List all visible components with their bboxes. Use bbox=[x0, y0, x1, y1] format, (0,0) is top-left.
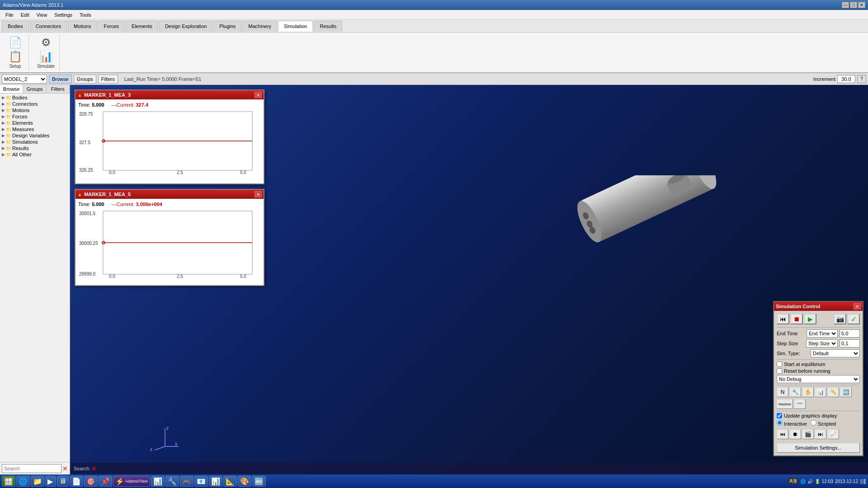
back-icon-button[interactable]: ⏭ bbox=[815, 429, 826, 439]
battery-icon[interactable]: 🔋 bbox=[815, 479, 820, 484]
taskbar-excel[interactable]: 📊 bbox=[151, 476, 165, 487]
taskbar-matlab[interactable]: 🎮 bbox=[180, 476, 193, 487]
simulate-icon[interactable]: ⚙ bbox=[41, 36, 51, 49]
tree-item-simulations[interactable]: ▶ 📁 Simulations bbox=[1, 139, 69, 145]
taskbar-app4[interactable]: 🎨 bbox=[238, 476, 251, 487]
taskbar-outlook[interactable]: 📧 bbox=[194, 476, 208, 487]
update-graphics-checkbox[interactable] bbox=[777, 413, 782, 418]
taskbar-app2[interactable]: 📌 bbox=[99, 476, 112, 487]
taskbar-word[interactable]: 📄 bbox=[70, 476, 83, 487]
start-equilibrium-checkbox[interactable] bbox=[777, 361, 782, 367]
nastran-icon-button[interactable]: N bbox=[777, 387, 788, 397]
tab-design-exploration[interactable]: Design Exploration bbox=[159, 21, 212, 32]
scripted-option[interactable]: Scripted bbox=[811, 420, 836, 427]
tree-item-connectors[interactable]: ▶ 📁 Connectors bbox=[1, 101, 69, 107]
chart2-close-button[interactable]: ✕ bbox=[255, 191, 262, 197]
search-input[interactable] bbox=[2, 464, 61, 473]
model-selector[interactable]: MODEL_2 bbox=[2, 75, 47, 84]
menu-tools[interactable]: Tools bbox=[76, 11, 95, 19]
start-button[interactable]: 🪟 bbox=[2, 476, 15, 487]
help-button[interactable]: ? bbox=[857, 75, 866, 83]
search-clear-icon[interactable]: ✕ bbox=[62, 465, 68, 472]
setup-icon2[interactable]: 📋 bbox=[9, 50, 22, 63]
end-time-dropdown[interactable]: End Time bbox=[807, 329, 838, 338]
sim-control-close-button[interactable]: ✕ bbox=[854, 303, 861, 310]
tab-bodies[interactable]: Bodies bbox=[2, 21, 29, 32]
tab-elements[interactable]: Elements bbox=[126, 21, 158, 32]
stop-button[interactable]: ⏹ bbox=[790, 314, 803, 324]
confirm-button[interactable]: ✓ bbox=[847, 314, 860, 324]
show-desktop-button[interactable]: ▕ bbox=[860, 479, 866, 484]
taskbar-app3[interactable]: 🔧 bbox=[165, 476, 179, 487]
tree-item-bodies[interactable]: ▶ 📁 Bodies bbox=[1, 94, 69, 101]
chart1-titlebar[interactable]: ▲ MARKER_1_MEA_3 ✕ bbox=[75, 90, 264, 99]
taskbar-access[interactable]: 🔤 bbox=[252, 476, 266, 487]
chart-icon-button[interactable]: 📊 bbox=[815, 387, 826, 397]
browse-button[interactable]: Browse bbox=[49, 75, 72, 84]
step-size-dropdown[interactable]: Step Size bbox=[806, 339, 838, 347]
chart2-titlebar[interactable]: ▲ MARKER_1_MEA_5 ✕ bbox=[75, 190, 264, 199]
taskbar-ppt[interactable]: 📊 bbox=[209, 476, 222, 487]
step-size-input[interactable] bbox=[840, 339, 860, 347]
chart1-close-button[interactable]: ✕ bbox=[255, 92, 262, 98]
taskbar-explorer[interactable]: 📁 bbox=[31, 476, 44, 487]
filters-tab[interactable]: Filters bbox=[47, 85, 70, 93]
filters-button[interactable]: Filters bbox=[98, 75, 118, 84]
setup-icon[interactable]: 📄 bbox=[9, 36, 22, 49]
taskbar-computer[interactable]: 🖥 bbox=[57, 476, 69, 487]
menu-view[interactable]: View bbox=[33, 11, 51, 19]
debug-selector[interactable]: No Debug bbox=[777, 375, 860, 383]
reset-before-running-checkbox[interactable] bbox=[777, 368, 782, 374]
taskbar-visio[interactable]: 📐 bbox=[223, 476, 237, 487]
graph-icon-button[interactable]: 📈 bbox=[827, 429, 839, 439]
menu-edit[interactable]: Edit bbox=[17, 11, 33, 19]
sim-settings-button[interactable]: Simulation Settings... bbox=[777, 443, 860, 453]
taskbar-adams[interactable]: ⚡Adams/View bbox=[113, 476, 150, 487]
maximize-button[interactable]: □ bbox=[850, 2, 857, 8]
interactive-option[interactable]: Interactive bbox=[777, 420, 807, 427]
tree-item-all-other[interactable]: ▶ 📁 All Other bbox=[1, 151, 69, 158]
tab-plugins[interactable]: Plugins bbox=[213, 21, 241, 32]
curve-icon-button[interactable]: 〰 bbox=[794, 399, 806, 409]
volume-icon[interactable]: 🔊 bbox=[807, 479, 813, 484]
measure-icon-button[interactable]: 📏 bbox=[827, 387, 839, 397]
tree-item-design-variables[interactable]: ▶ 📁 Design Variables bbox=[1, 132, 69, 139]
play-button[interactable]: ▶ bbox=[804, 314, 816, 324]
tab-connectors[interactable]: Connectors bbox=[30, 21, 67, 32]
tab-motions[interactable]: Motions bbox=[68, 21, 97, 32]
sim-control-titlebar[interactable]: Simulation Control ✕ bbox=[774, 302, 863, 311]
tab-simulation[interactable]: Simulation bbox=[278, 21, 313, 32]
wrench-icon-button[interactable]: 🔧 bbox=[789, 387, 801, 397]
groups-button[interactable]: Groups bbox=[74, 75, 96, 84]
tab-machinery[interactable]: Machinery bbox=[242, 21, 277, 32]
camera-button[interactable]: 📷 bbox=[834, 314, 846, 324]
taskbar-ie[interactable]: 🌐 bbox=[16, 476, 30, 487]
browse-tab[interactable]: Browse bbox=[0, 85, 23, 93]
increment-input[interactable] bbox=[837, 75, 855, 83]
groups-tab[interactable]: Groups bbox=[23, 85, 46, 93]
tree-item-measures[interactable]: ▶ 📁 Measures bbox=[1, 126, 69, 132]
menu-settings[interactable]: Settings bbox=[51, 11, 76, 19]
canvas-area[interactable]: ▲ MARKER_1_MEA_3 ✕ Time: 5.000 —Current:… bbox=[70, 85, 868, 474]
tab-results[interactable]: Results bbox=[314, 21, 342, 32]
tree-item-motions[interactable]: ▶ 📁 Motions bbox=[1, 107, 69, 113]
window-controls[interactable]: — □ ✕ bbox=[842, 2, 865, 8]
text-icon-button[interactable]: 🔤 bbox=[840, 387, 852, 397]
tree-item-forces[interactable]: ▶ 📁 Forces bbox=[1, 113, 69, 120]
taskbar-media[interactable]: ▶ bbox=[45, 476, 56, 487]
close-button[interactable]: ✕ bbox=[858, 2, 865, 8]
menu-file[interactable]: File bbox=[2, 11, 17, 19]
tree-item-results[interactable]: ▶ 📁 Results bbox=[1, 145, 69, 151]
tree-item-elements[interactable]: ▶ 📁 Elements bbox=[1, 120, 69, 126]
replay-icon-button[interactable]: ⏮ bbox=[777, 429, 788, 439]
simulate-icon2[interactable]: 📊 bbox=[39, 50, 53, 63]
film-icon-button[interactable]: 🎬 bbox=[802, 429, 814, 439]
sim-type-selector[interactable]: Default bbox=[811, 349, 860, 357]
network-icon[interactable]: 🌐 bbox=[800, 479, 806, 484]
canvas-search-clear[interactable]: ✕ bbox=[91, 465, 97, 472]
end-time-input[interactable] bbox=[840, 329, 860, 338]
minimize-button[interactable]: — bbox=[842, 2, 849, 8]
taskbar-app1[interactable]: 🎯 bbox=[84, 476, 98, 487]
record-icon-button[interactable]: ⏺ bbox=[789, 429, 801, 439]
hand-icon-button[interactable]: ✋ bbox=[802, 387, 814, 397]
